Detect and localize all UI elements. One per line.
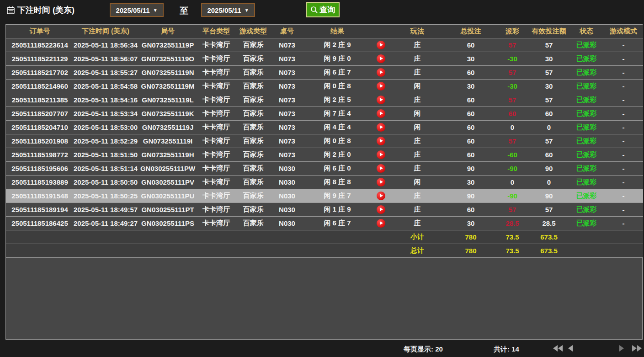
table-row[interactable]: 2505111852177022025-05-11 18:55:27GN0732… bbox=[6, 65, 643, 79]
cell-result: 闲 6 庄 7 bbox=[302, 216, 373, 230]
calendar-icon bbox=[6, 6, 15, 15]
table-row[interactable]: 2505111851891942025-05-11 18:49:57GN0302… bbox=[6, 202, 643, 216]
cell-table-number: N073 bbox=[272, 52, 302, 65]
table-row[interactable]: 2505111852019082025-05-11 18:52:29GN0732… bbox=[6, 134, 643, 148]
cell-total-bet: 30 bbox=[446, 79, 496, 93]
cell-payout: -90 bbox=[496, 161, 529, 175]
cell-table-number: N073 bbox=[272, 107, 302, 120]
play-video-button[interactable] bbox=[377, 178, 385, 186]
cell-bet-time: 2025-05-11 18:54:16 bbox=[74, 93, 138, 107]
cell-game-type: 百家乐 bbox=[234, 216, 272, 230]
cell-valid-bet: 28.5 bbox=[529, 216, 569, 230]
date-to-select[interactable]: 2025/05/11 ▼ bbox=[201, 3, 255, 17]
play-icon bbox=[380, 153, 383, 156]
cell-table-number: N030 bbox=[272, 175, 302, 189]
cell-round-number: GN0732551119N bbox=[138, 65, 198, 79]
cell-payout: -30 bbox=[496, 79, 529, 93]
play-video-button[interactable] bbox=[377, 137, 385, 145]
cell-game-type: 百家乐 bbox=[234, 161, 272, 175]
cell-platform-type: 卡卡湾厅 bbox=[198, 52, 234, 65]
play-video-button[interactable] bbox=[377, 205, 385, 214]
cell-round-number: GN0732551119M bbox=[138, 79, 198, 93]
date-from-value: 2025/05/11 bbox=[116, 6, 149, 14]
cell-valid-bet: 57 bbox=[529, 134, 569, 148]
grand-total-label: 共计: 14 bbox=[494, 345, 519, 354]
table-row[interactable]: 2505111852149602025-05-11 18:54:58GN0732… bbox=[6, 79, 643, 93]
cell-payout: 57 bbox=[496, 202, 529, 216]
play-video-button[interactable] bbox=[377, 82, 385, 91]
cell-status: 已派彩 bbox=[569, 161, 604, 175]
cell-platform-type: 卡卡湾厅 bbox=[198, 79, 234, 93]
total-row-valid-bet: 673.5 bbox=[529, 244, 569, 257]
play-video-button[interactable] bbox=[377, 96, 385, 104]
date-from-select[interactable]: 2025/05/11 ▼ bbox=[110, 3, 164, 17]
first-page-button[interactable] bbox=[553, 345, 563, 352]
cell-payout: 57 bbox=[496, 38, 529, 52]
total-row-label: 总计 bbox=[389, 244, 446, 257]
table-row[interactable]: 2505111852236142025-05-11 18:56:34GN0732… bbox=[6, 38, 643, 52]
play-video-button[interactable] bbox=[377, 219, 385, 228]
cell-round-number: GN030255111PT bbox=[138, 202, 198, 216]
cell-table-number: N073 bbox=[272, 134, 302, 148]
table-row[interactable]: 2505111851938892025-05-11 18:50:50GN0302… bbox=[6, 175, 643, 189]
table-row[interactable]: 2505111851864252025-05-11 18:49:27GN0302… bbox=[6, 216, 643, 230]
cell-total-bet: 60 bbox=[446, 148, 496, 161]
query-button[interactable]: 查询 bbox=[306, 2, 340, 17]
cell-table-number: N073 bbox=[272, 93, 302, 107]
subtotal-row-label: 小计 bbox=[389, 230, 446, 244]
table-row[interactable]: 2505111851987722025-05-11 18:51:50GN0732… bbox=[6, 148, 643, 161]
cell-platform-type: 卡卡湾厅 bbox=[198, 175, 234, 189]
cell-total-bet: 60 bbox=[446, 65, 496, 79]
play-video-button[interactable] bbox=[377, 54, 385, 63]
next-page-button[interactable] bbox=[619, 345, 624, 352]
table-row[interactable]: 2505111852113852025-05-11 18:54:16GN0732… bbox=[6, 93, 643, 107]
cell-bet-type: 闲 bbox=[389, 107, 446, 120]
cell-result: 闲 9 庄 0 bbox=[302, 52, 373, 65]
cell-order: 250511185207707 bbox=[6, 107, 74, 120]
cell-game-mode: - bbox=[604, 216, 643, 230]
table-row[interactable]: 2505111851956062025-05-11 18:51:14GN0302… bbox=[6, 161, 643, 175]
subtotal-row-payout: 73.5 bbox=[496, 230, 529, 244]
subtotal-row: 小计78073.5673.5 bbox=[6, 230, 643, 244]
play-video-button[interactable] bbox=[377, 192, 385, 200]
cell-status: 已派彩 bbox=[569, 93, 604, 107]
prev-page-button[interactable] bbox=[568, 345, 573, 352]
cell-status: 已派彩 bbox=[569, 65, 604, 79]
cell-bet-type: 庄 bbox=[389, 52, 446, 65]
cell-payout: -90 bbox=[496, 189, 529, 202]
bet-time-label: 下注时间 (美东) bbox=[17, 5, 75, 16]
cell-total-bet: 60 bbox=[446, 120, 496, 134]
play-video-button[interactable] bbox=[377, 150, 385, 159]
cell-bet-time: 2025-05-11 18:56:34 bbox=[74, 38, 138, 52]
play-video-button[interactable] bbox=[377, 123, 385, 132]
cell-platform-type: 卡卡湾厅 bbox=[198, 93, 234, 107]
cell-result: 闲 2 庄 5 bbox=[302, 93, 373, 107]
play-video-button[interactable] bbox=[377, 68, 385, 77]
play-video-button[interactable] bbox=[377, 41, 385, 49]
table-row[interactable]: 2505111851915482025-05-11 18:50:25GN0302… bbox=[6, 189, 643, 202]
play-video-button[interactable] bbox=[377, 109, 385, 118]
total-row: 总计78073.5673.5 bbox=[6, 244, 643, 257]
cell-total-bet: 60 bbox=[446, 134, 496, 148]
cell-valid-bet: 57 bbox=[529, 65, 569, 79]
play-icon bbox=[380, 180, 383, 184]
cell-status: 已派彩 bbox=[569, 148, 604, 161]
cell-round-number: GN030255111PS bbox=[138, 216, 198, 230]
header-row: 订单号下注时间 (美东)局号平台类型游戏类型桌号结果玩法总投注派彩有效投注额状态… bbox=[6, 25, 643, 38]
last-page-button[interactable] bbox=[632, 345, 642, 352]
column-header: 玩法 bbox=[389, 25, 446, 38]
subtotal-row-total-bet: 780 bbox=[446, 230, 496, 244]
cell-game-type: 百家乐 bbox=[234, 120, 272, 134]
cell-game-type: 百家乐 bbox=[234, 134, 272, 148]
cell-order: 250511185211385 bbox=[6, 93, 74, 107]
table-row[interactable]: 2505111852211292025-05-11 18:56:07GN0732… bbox=[6, 52, 643, 65]
play-video-button[interactable] bbox=[377, 164, 385, 173]
column-header-play bbox=[373, 25, 389, 38]
cell-status: 已派彩 bbox=[569, 202, 604, 216]
column-header: 平台类型 bbox=[198, 25, 234, 38]
cell-valid-bet: 60 bbox=[529, 148, 569, 161]
cell-game-mode: - bbox=[604, 134, 643, 148]
cell-valid-bet: 60 bbox=[529, 107, 569, 120]
table-row[interactable]: 2505111852047102025-05-11 18:53:00GN0732… bbox=[6, 120, 643, 134]
table-row[interactable]: 2505111852077072025-05-11 18:53:34GN0732… bbox=[6, 107, 643, 120]
